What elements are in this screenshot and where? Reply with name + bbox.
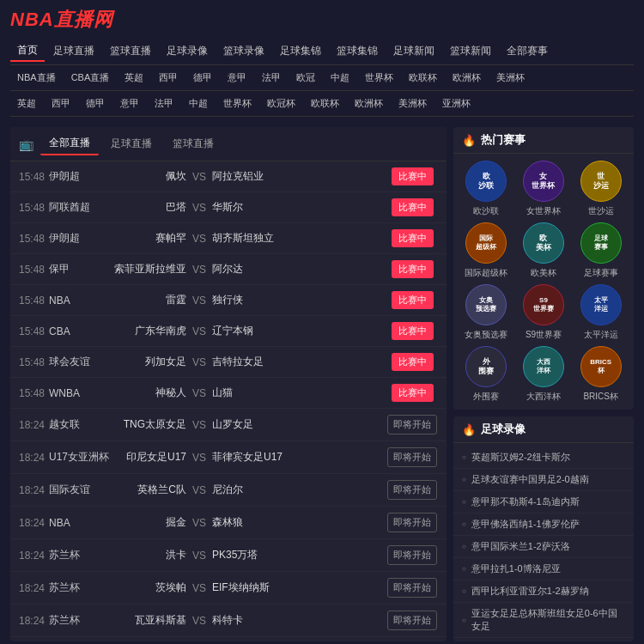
upcoming-button[interactable]: 即将开始 bbox=[387, 578, 437, 598]
sub-nav2-ucl[interactable]: 欧冠杯 bbox=[260, 94, 302, 112]
sub-nav1-cba[interactable]: CBA直播 bbox=[64, 69, 117, 87]
match-team2: 华斯尔 bbox=[212, 200, 386, 215]
nav-item-home[interactable]: 首页 bbox=[10, 40, 45, 62]
sub-nav1-csl[interactable]: 中超 bbox=[324, 69, 356, 87]
upcoming-button[interactable]: 即将开始 bbox=[387, 545, 437, 565]
table-row[interactable]: 18:24 苏兰杯 洪卡 VS PK35万塔 即将开始 bbox=[10, 539, 447, 572]
table-row[interactable]: 15:48 NBA 雷霆 VS 独行侠 比赛中 bbox=[10, 285, 447, 316]
nav-item-basketball-news[interactable]: 篮球新闻 bbox=[443, 41, 498, 61]
list-item[interactable]: 太平洋运 太平洋运 bbox=[574, 284, 627, 341]
sub-nav1-uel[interactable]: 欧联杯 bbox=[402, 69, 444, 87]
match-team2: 阿尔达 bbox=[212, 262, 386, 276]
sub-nav2-ligue1[interactable]: 法甲 bbox=[148, 94, 180, 112]
sub-nav1-seriea[interactable]: 意甲 bbox=[221, 69, 253, 87]
table-row[interactable]: 15:48 球会友谊 列加女足 VS 吉特拉女足 比赛中 bbox=[10, 347, 447, 378]
list-item[interactable]: 英超斯汉姆2-2纽卡斯尔 bbox=[453, 447, 634, 469]
live-button[interactable]: 比赛中 bbox=[392, 260, 434, 278]
list-item[interactable]: 外围赛 外围赛 bbox=[460, 346, 513, 403]
sub-nav2-csl[interactable]: 中超 bbox=[182, 94, 215, 112]
sub-nav2-epl[interactable]: 英超 bbox=[10, 94, 43, 112]
list-item[interactable]: 意甲那不勒斯4-1岛迪内斯 bbox=[453, 491, 634, 513]
nav-item-soccer-news[interactable]: 足球新闻 bbox=[386, 41, 441, 61]
table-row[interactable]: 18:24 NBA 掘金 VS 森林狼 即将开始 bbox=[10, 507, 447, 539]
list-item[interactable]: 国际超级杯 国际超级杯 bbox=[460, 222, 513, 279]
sub-nav1-worldcup[interactable]: 世界杯 bbox=[358, 69, 400, 87]
table-row[interactable]: 15:48 伊朗超 赛帕罕 VS 胡齐斯坦独立 比赛中 bbox=[10, 223, 447, 254]
live-button[interactable]: 比赛中 bbox=[392, 229, 434, 247]
table-row[interactable]: 15:48 WNBA 神秘人 VS 山猫 比赛中 bbox=[10, 378, 447, 409]
sub-nav2-euro[interactable]: 欧洲杯 bbox=[348, 94, 390, 112]
table-row[interactable]: 15:48 阿联酋超 巴塔 VS 华斯尔 比赛中 bbox=[10, 192, 447, 223]
sub-nav1-euro[interactable]: 欧洲杯 bbox=[446, 69, 488, 87]
list-item[interactable]: 大西洋杯 大西洋杯 bbox=[518, 346, 570, 403]
sub-nav1-ligue1[interactable]: 法甲 bbox=[255, 69, 288, 87]
upcoming-button[interactable]: 即将开始 bbox=[387, 611, 437, 630]
list-item[interactable]: 欧沙联 欧沙联 bbox=[460, 161, 513, 217]
nav-item-soccer-highlights[interactable]: 足球集锦 bbox=[273, 41, 328, 61]
sub-nav1-copa[interactable]: 美洲杯 bbox=[489, 69, 532, 87]
match-vs: VS bbox=[186, 484, 212, 496]
table-row[interactable]: 18:24 国际友谊 英格兰C队 VS 尼泊尔 即将开始 bbox=[10, 474, 447, 507]
list-item[interactable]: 西甲比利亚雷亚尔1-2赫罗纳 bbox=[453, 580, 634, 603]
list-item[interactable]: BRICS杯 BRICS杯 bbox=[574, 346, 627, 403]
hot-item-icon: 外围赛 bbox=[465, 346, 507, 387]
list-item[interactable]: S9世界赛 S9世界赛 bbox=[518, 284, 570, 341]
match-team2: 山罗女足 bbox=[212, 417, 386, 432]
table-row[interactable]: 18:24 苏兰杯 瓦亚科斯基 VS 科特卡 即将开始 bbox=[10, 605, 447, 637]
list-item[interactable]: 意甲国际米兰1-2萨沃洛 bbox=[453, 536, 634, 558]
match-league: CBA bbox=[49, 325, 109, 337]
sub-nav1-nba[interactable]: NBA直播 bbox=[10, 69, 63, 87]
live-button[interactable]: 比赛中 bbox=[392, 198, 434, 216]
live-button[interactable]: 比赛中 bbox=[392, 291, 434, 309]
list-item[interactable]: 欧美杯 欧美杯 bbox=[518, 222, 570, 279]
live-button[interactable]: 比赛中 bbox=[392, 353, 434, 371]
sub-nav2-asian[interactable]: 亚洲杯 bbox=[435, 94, 477, 112]
table-row[interactable]: 15:48 CBA 广东华南虎 VS 辽宁本钢 比赛中 bbox=[10, 316, 447, 347]
live-button[interactable]: 比赛中 bbox=[392, 167, 434, 185]
list-item[interactable]: 世沙运 世沙运 bbox=[574, 161, 627, 217]
tab-soccer-live[interactable]: 足球直播 bbox=[102, 133, 161, 155]
sub-nav1-epl[interactable]: 英超 bbox=[118, 69, 150, 87]
upcoming-button[interactable]: 即将开始 bbox=[387, 480, 437, 500]
nav-item-soccer-live[interactable]: 足球直播 bbox=[46, 41, 101, 61]
list-item[interactable]: 女奥预选赛 女奥预选赛 bbox=[460, 284, 513, 341]
match-vs: VS bbox=[186, 233, 212, 245]
nav-item-all-matches[interactable]: 全部赛事 bbox=[500, 41, 555, 61]
sub-nav1-ucl[interactable]: 欧冠 bbox=[289, 69, 322, 87]
nav-item-basketball-highlights[interactable]: 篮球集锦 bbox=[330, 41, 385, 61]
hot-item-icon: 世沙运 bbox=[580, 161, 622, 202]
sub-nav2-seriea[interactable]: 意甲 bbox=[113, 94, 146, 112]
tab-basketball-live[interactable]: 篮球直播 bbox=[164, 133, 222, 155]
nav-item-basketball-live[interactable]: 篮球直播 bbox=[103, 41, 158, 61]
match-team1: 佩坎 bbox=[109, 169, 186, 184]
table-row[interactable]: 15:48 保甲 索菲亚斯拉维亚 VS 阿尔达 比赛中 bbox=[10, 254, 447, 285]
live-icon: 📺 bbox=[19, 137, 33, 151]
nav-item-soccer-replay[interactable]: 足球录像 bbox=[160, 41, 215, 61]
sub-nav2-worldcup[interactable]: 世界杯 bbox=[216, 94, 258, 112]
sub-nav1-laliga[interactable]: 西甲 bbox=[152, 69, 185, 87]
table-row[interactable]: 18:24 U17女亚洲杯 印尼女足U17 VS 菲律宾女足U17 即将开始 bbox=[10, 441, 447, 474]
sub-nav1-bundesliga[interactable]: 德甲 bbox=[186, 69, 219, 87]
list-item[interactable]: 意甲拉扎1-0博洛尼亚 bbox=[453, 558, 634, 580]
tab-all-live[interactable]: 全部直播 bbox=[40, 132, 99, 155]
list-item[interactable]: 足球友谊赛中国男足2-0越南 bbox=[453, 469, 634, 491]
match-league: NBA bbox=[49, 517, 109, 529]
list-item[interactable]: 女世界杯 女世界杯 bbox=[518, 161, 570, 217]
sub-nav2-copa[interactable]: 美洲杯 bbox=[392, 94, 434, 112]
table-row[interactable]: 15:48 伊朗超 佩坎 VS 阿拉克铝业 比赛中 bbox=[10, 161, 447, 192]
table-row[interactable]: 18:24 苏兰杯 茨埃帕 VS EIF埃纳纳斯 即将开始 bbox=[10, 572, 447, 605]
list-item[interactable]: 意甲佛洛西纳1-1佛罗伦萨 bbox=[453, 513, 634, 536]
live-button[interactable]: 比赛中 bbox=[392, 322, 434, 340]
live-button[interactable]: 比赛中 bbox=[392, 384, 434, 402]
upcoming-button[interactable]: 即将开始 bbox=[387, 513, 437, 532]
upcoming-button[interactable]: 即将开始 bbox=[387, 447, 437, 467]
sub-nav2-laliga[interactable]: 西甲 bbox=[45, 94, 77, 112]
list-item[interactable]: 足球赛事 足球赛事 bbox=[574, 222, 627, 279]
match-team2: 森林狼 bbox=[212, 515, 386, 530]
sub-nav2-uel[interactable]: 欧联杯 bbox=[304, 94, 346, 112]
upcoming-button[interactable]: 即将开始 bbox=[387, 415, 437, 434]
sub-nav2-bundesliga[interactable]: 德甲 bbox=[79, 94, 112, 112]
table-row[interactable]: 18:24 越女联 TNG太原女足 VS 山罗女足 即将开始 bbox=[10, 409, 447, 441]
nav-item-basketball-replay[interactable]: 篮球录像 bbox=[216, 41, 271, 61]
list-item[interactable]: 亚运女足足总杯斯班组女足0-6中国女足 bbox=[453, 603, 634, 638]
